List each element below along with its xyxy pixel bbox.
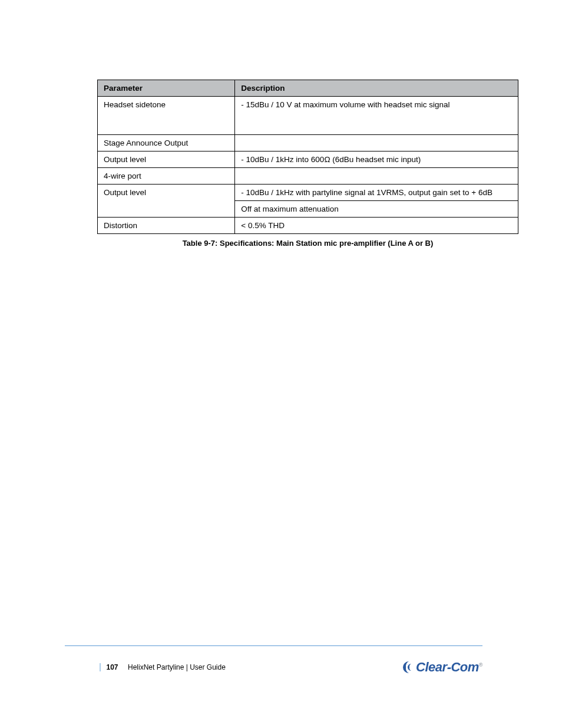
cell-parameter: Headset sidetone xyxy=(98,97,235,135)
table-header-row: Parameter Description xyxy=(98,80,518,97)
cell-description: - 15dBu / 10 V at maximum volume with he… xyxy=(235,97,518,135)
cell-description: - 10dBu / 1kHz into 600Ω (6dBu headset m… xyxy=(235,151,518,168)
logo-text: Clear-Com® xyxy=(416,661,482,674)
col-header-description: Description xyxy=(235,80,518,97)
cell-description xyxy=(235,168,518,185)
page-root: Parameter Description Headset sidetone -… xyxy=(0,0,562,728)
col-header-parameter: Parameter xyxy=(98,80,235,97)
logo-mark-icon xyxy=(401,660,412,674)
page-rule xyxy=(65,645,482,646)
cell-description: - 10dBu / 1kHz with partyline signal at … xyxy=(235,185,518,201)
table-row: Distortion < 0.5% THD xyxy=(98,218,518,234)
cell-parameter: 4-wire port xyxy=(98,168,235,185)
doc-title: HelixNet Partyline | User Guide xyxy=(124,663,226,671)
table-row: Headset sidetone - 15dBu / 10 V at maxim… xyxy=(98,97,518,135)
cell-parameter: Output level xyxy=(98,151,235,168)
table-row: 4-wire port xyxy=(98,168,518,185)
table-row: Output level - 10dBu / 1kHz into 600Ω (6… xyxy=(98,151,518,168)
logo-brand-name: Clear-Com xyxy=(416,660,479,674)
footer-left: 107 HelixNet Partyline | User Guide xyxy=(100,663,226,671)
spec-table: Parameter Description Headset sidetone -… xyxy=(97,80,518,234)
table-row: Stage Announce Output xyxy=(98,135,518,151)
brand-logo: Clear-Com® xyxy=(401,660,482,674)
trademark-icon: ® xyxy=(479,662,482,668)
cell-parameter: Stage Announce Output xyxy=(98,135,235,151)
cell-description xyxy=(235,135,518,151)
cell-description: Off at maximum attenuation xyxy=(235,201,518,218)
cell-parameter: Output level xyxy=(98,185,235,218)
table-row: Output level - 10dBu / 1kHz with partyli… xyxy=(98,185,518,201)
page-number: 107 xyxy=(100,663,124,671)
table-caption: Table 9-7: Specifications: Main Station … xyxy=(97,239,518,248)
page-footer: 107 HelixNet Partyline | User Guide Clea… xyxy=(100,660,482,674)
cell-parameter: Distortion xyxy=(98,218,235,234)
content-block: Parameter Description Headset sidetone -… xyxy=(100,80,513,248)
cell-description: < 0.5% THD xyxy=(235,218,518,234)
